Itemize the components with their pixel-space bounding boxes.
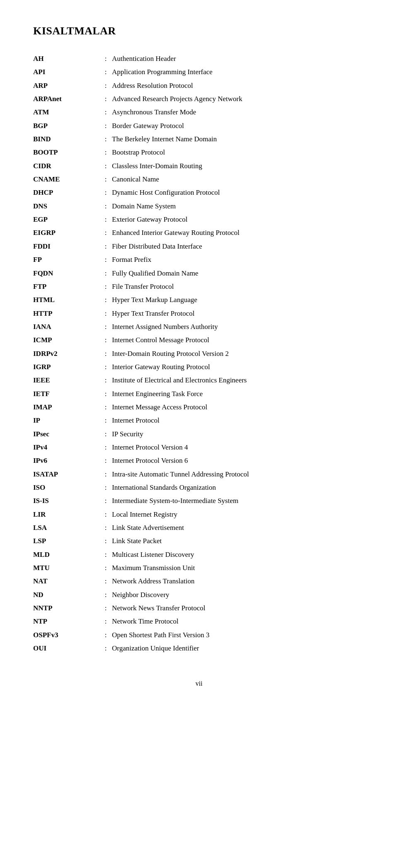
abbr-separator: : bbox=[100, 226, 112, 239]
abbr-term: FDDI bbox=[33, 240, 100, 253]
abbr-term: IPv6 bbox=[33, 454, 100, 467]
abbr-definition: Internet Protocol Version 4 bbox=[112, 441, 365, 454]
table-row: IP:Internet Protocol bbox=[33, 414, 365, 427]
abbr-term: IEEE bbox=[33, 374, 100, 387]
abbr-separator: : bbox=[100, 521, 112, 534]
abbr-term: ARP bbox=[33, 79, 100, 92]
abbr-term: IPv4 bbox=[33, 441, 100, 454]
table-row: MTU:Maximum Transmission Unit bbox=[33, 561, 365, 575]
abbr-term: HTTP bbox=[33, 307, 100, 320]
abbr-separator: : bbox=[100, 401, 112, 414]
abbr-definition: Internet Assigned Numbers Authority bbox=[112, 320, 365, 334]
abbr-separator: : bbox=[100, 280, 112, 293]
abbr-term: OSPFv3 bbox=[33, 629, 100, 642]
abbr-term: BGP bbox=[33, 119, 100, 133]
abbr-term: CIDR bbox=[33, 160, 100, 173]
abbr-term: IANA bbox=[33, 320, 100, 334]
table-row: BGP:Border Gateway Protocol bbox=[33, 119, 365, 133]
abbr-term: API bbox=[33, 65, 100, 79]
abbr-definition: Border Gateway Protocol bbox=[112, 119, 365, 133]
abbr-definition: Domain Name System bbox=[112, 200, 365, 213]
abbr-separator: : bbox=[100, 213, 112, 226]
table-row: IS-IS:Intermediate System-to-Intermediat… bbox=[33, 494, 365, 508]
abbr-term: MLD bbox=[33, 548, 100, 561]
abbr-definition: Authentication Header bbox=[112, 52, 365, 65]
abbr-separator: : bbox=[100, 293, 112, 307]
table-row: EIGRP:Enhanced Interior Gateway Routing … bbox=[33, 226, 365, 239]
table-row: BIND:The Berkeley Internet Name Domain bbox=[33, 133, 365, 146]
abbr-definition: Asynchronous Transfer Mode bbox=[112, 106, 365, 119]
abbr-definition: Link State Advertisement bbox=[112, 521, 365, 534]
abbr-separator: : bbox=[100, 186, 112, 199]
table-row: LIR:Local Internet Registry bbox=[33, 508, 365, 521]
abbr-definition: Network Time Protocol bbox=[112, 615, 365, 628]
table-row: API:Application Programming Interface bbox=[33, 65, 365, 79]
table-row: IEEE:Institute of Electrical and Electro… bbox=[33, 374, 365, 387]
abbr-definition: Exterior Gateway Protocol bbox=[112, 213, 365, 226]
abbr-separator: : bbox=[100, 146, 112, 159]
page-title: KISALTMALAR bbox=[33, 25, 365, 37]
abbr-separator: : bbox=[100, 79, 112, 92]
abbr-term: ARPAnet bbox=[33, 92, 100, 106]
abbr-definition: File Transfer Protocol bbox=[112, 280, 365, 293]
abbr-separator: : bbox=[100, 374, 112, 387]
abbr-definition: Fiber Distributed Data Interface bbox=[112, 240, 365, 253]
abbr-term: DNS bbox=[33, 200, 100, 213]
abbr-definition: Hyper Text Transfer Protocol bbox=[112, 307, 365, 320]
abbreviations-table: AH:Authentication HeaderAPI:Application … bbox=[33, 52, 365, 655]
abbr-separator: : bbox=[100, 320, 112, 334]
table-row: IPsec:IP Security bbox=[33, 428, 365, 441]
abbr-separator: : bbox=[100, 588, 112, 602]
abbr-definition: Maximum Transmission Unit bbox=[112, 561, 365, 575]
abbr-definition: Address Resolution Protocol bbox=[112, 79, 365, 92]
table-row: ISATAP:Intra-site Automatic Tunnel Addre… bbox=[33, 468, 365, 481]
abbr-definition: Neighbor Discovery bbox=[112, 588, 365, 602]
abbr-definition: Hyper Text Markup Language bbox=[112, 293, 365, 307]
table-row: OSPFv3:Open Shortest Path First Version … bbox=[33, 629, 365, 642]
abbr-term: CNAME bbox=[33, 173, 100, 186]
abbr-term: IMAP bbox=[33, 401, 100, 414]
abbr-definition: Institute of Electrical and Electronics … bbox=[112, 374, 365, 387]
abbr-definition: Interior Gateway Routing Protocol bbox=[112, 360, 365, 374]
abbr-term: ICMP bbox=[33, 334, 100, 347]
abbr-term: LSP bbox=[33, 534, 100, 548]
table-row: ICMP:Internet Control Message Protocol bbox=[33, 334, 365, 347]
table-row: ISO:International Standards Organization bbox=[33, 481, 365, 494]
table-row: FDDI:Fiber Distributed Data Interface bbox=[33, 240, 365, 253]
abbr-separator: : bbox=[100, 65, 112, 79]
abbr-separator: : bbox=[100, 642, 112, 655]
abbr-separator: : bbox=[100, 548, 112, 561]
table-row: LSP:Link State Packet bbox=[33, 534, 365, 548]
abbr-definition: Application Programming Interface bbox=[112, 65, 365, 79]
table-row: FP:Format Prefix bbox=[33, 253, 365, 266]
abbr-separator: : bbox=[100, 133, 112, 146]
abbr-definition: Inter-Domain Routing Protocol Version 2 bbox=[112, 347, 365, 360]
abbr-term: IGRP bbox=[33, 360, 100, 374]
abbr-term: ATM bbox=[33, 106, 100, 119]
table-row: DNS:Domain Name System bbox=[33, 200, 365, 213]
abbr-term: IS-IS bbox=[33, 494, 100, 508]
abbr-separator: : bbox=[100, 106, 112, 119]
abbr-term: ISO bbox=[33, 481, 100, 494]
abbr-separator: : bbox=[100, 253, 112, 266]
table-row: MLD:Multicast Listener Discovery bbox=[33, 548, 365, 561]
abbr-definition: Intra-site Automatic Tunnel Addressing P… bbox=[112, 468, 365, 481]
abbr-separator: : bbox=[100, 615, 112, 628]
abbr-definition: Canonical Name bbox=[112, 173, 365, 186]
abbr-term: IP bbox=[33, 414, 100, 427]
abbr-term: EGP bbox=[33, 213, 100, 226]
page-footer: vii bbox=[33, 680, 365, 687]
abbr-separator: : bbox=[100, 481, 112, 494]
abbr-separator: : bbox=[100, 414, 112, 427]
abbr-definition: Enhanced Interior Gateway Routing Protoc… bbox=[112, 226, 365, 239]
abbr-separator: : bbox=[100, 494, 112, 508]
table-row: HTTP:Hyper Text Transfer Protocol bbox=[33, 307, 365, 320]
abbr-definition: Internet Engineering Task Force bbox=[112, 387, 365, 401]
abbr-separator: : bbox=[100, 534, 112, 548]
abbr-separator: : bbox=[100, 629, 112, 642]
table-row: IANA:Internet Assigned Numbers Authority bbox=[33, 320, 365, 334]
abbr-definition: Internet Protocol Version 6 bbox=[112, 454, 365, 467]
abbr-term: LSA bbox=[33, 521, 100, 534]
abbr-term: EIGRP bbox=[33, 226, 100, 239]
table-row: HTML:Hyper Text Markup Language bbox=[33, 293, 365, 307]
